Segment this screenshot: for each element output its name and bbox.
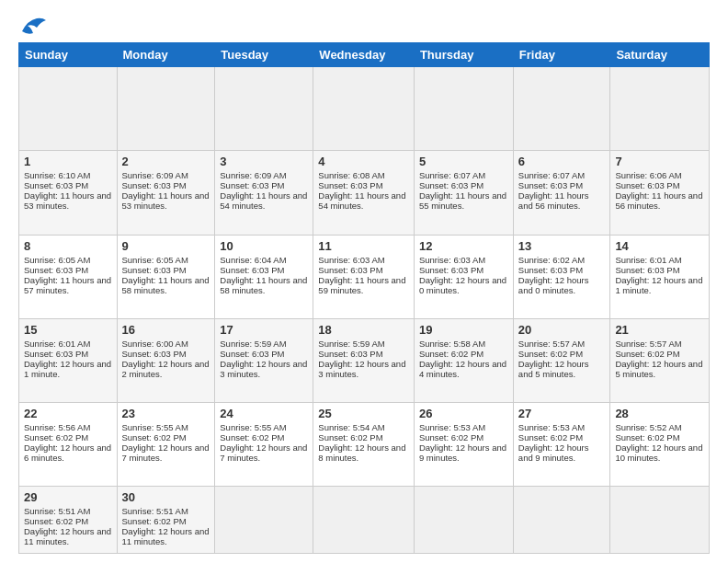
day-number: 9: [122, 239, 210, 253]
table-cell: 26Sunrise: 5:53 AMSunset: 6:02 PMDayligh…: [414, 403, 513, 487]
sunset-text: Sunset: 6:03 PM: [220, 180, 284, 190]
table-cell: 7Sunrise: 6:06 AMSunset: 6:03 PMDaylight…: [610, 151, 710, 235]
daylight-text: Daylight: 11 hours and 55 minutes.: [419, 190, 506, 211]
daylight-text: Daylight: 11 hours and 56 minutes.: [615, 190, 702, 211]
logo: [18, 15, 48, 35]
table-cell: [215, 67, 313, 151]
sunrise-text: Sunrise: 6:07 AM: [518, 170, 585, 180]
sunset-text: Sunset: 6:03 PM: [122, 180, 187, 190]
daylight-text: Daylight: 12 hours and 7 minutes.: [122, 442, 210, 463]
sunrise-text: Sunrise: 5:51 AM: [122, 506, 188, 516]
sunset-text: Sunset: 6:03 PM: [615, 265, 679, 275]
table-cell: 24Sunrise: 5:55 AMSunset: 6:02 PMDayligh…: [215, 403, 313, 487]
sunset-text: Sunset: 6:02 PM: [615, 349, 679, 359]
table-cell: 29Sunrise: 5:51 AMSunset: 6:02 PMDayligh…: [19, 487, 118, 554]
daylight-text: Daylight: 12 hours and 5 minutes.: [615, 359, 702, 379]
table-cell: 17Sunrise: 5:59 AMSunset: 6:03 PMDayligh…: [215, 318, 313, 402]
th-saturday: Saturday: [610, 43, 710, 67]
table-cell: 21Sunrise: 5:57 AMSunset: 6:02 PMDayligh…: [610, 318, 710, 402]
daylight-text: Daylight: 12 hours and 9 minutes.: [518, 442, 589, 463]
daylight-text: Daylight: 11 hours and 53 minutes.: [24, 190, 111, 211]
sunset-text: Sunset: 6:03 PM: [122, 349, 187, 359]
sunrise-text: Sunrise: 6:07 AM: [419, 170, 485, 180]
sunrise-text: Sunrise: 6:08 AM: [318, 170, 384, 180]
sunset-text: Sunset: 6:03 PM: [122, 265, 187, 275]
day-number: 13: [518, 239, 606, 253]
sunrise-text: Sunrise: 5:57 AM: [518, 339, 585, 349]
day-number: 29: [24, 490, 112, 504]
th-monday: Monday: [117, 43, 215, 67]
sunset-text: Sunset: 6:02 PM: [318, 432, 382, 442]
sunrise-text: Sunrise: 5:51 AM: [24, 506, 90, 516]
sunrise-text: Sunrise: 5:55 AM: [220, 422, 286, 432]
sunrise-text: Sunrise: 5:59 AM: [318, 339, 384, 349]
sunset-text: Sunset: 6:03 PM: [518, 265, 583, 275]
daylight-text: Daylight: 11 hours and 59 minutes.: [318, 275, 405, 295]
daylight-text: Daylight: 11 hours and 54 minutes.: [318, 190, 405, 211]
day-number: 22: [24, 407, 112, 420]
sunrise-text: Sunrise: 6:01 AM: [615, 255, 681, 265]
sunset-text: Sunset: 6:03 PM: [518, 180, 583, 190]
sunrise-text: Sunrise: 6:05 AM: [24, 255, 90, 265]
table-cell: [513, 67, 610, 151]
day-number: 5: [419, 155, 508, 168]
sunset-text: Sunset: 6:02 PM: [122, 432, 187, 442]
sunrise-text: Sunrise: 5:54 AM: [318, 422, 384, 432]
logo-bird-icon: [20, 15, 48, 35]
daylight-text: Daylight: 11 hours and 53 minutes.: [122, 190, 210, 211]
daylight-text: Daylight: 12 hours and 4 minutes.: [419, 359, 506, 379]
daylight-text: Daylight: 11 hours and 57 minutes.: [24, 275, 111, 295]
day-number: 28: [615, 407, 704, 420]
sunset-text: Sunset: 6:02 PM: [24, 432, 88, 442]
th-friday: Friday: [513, 43, 610, 67]
table-cell: 2Sunrise: 6:09 AMSunset: 6:03 PMDaylight…: [117, 151, 215, 235]
day-number: 25: [318, 407, 409, 420]
daylight-text: Daylight: 11 hours and 56 minutes.: [518, 190, 589, 211]
day-number: 7: [615, 155, 704, 168]
day-number: 2: [122, 155, 210, 168]
day-number: 4: [318, 155, 409, 168]
day-number: 14: [615, 239, 704, 253]
sunset-text: Sunset: 6:02 PM: [419, 432, 483, 442]
sunset-text: Sunset: 6:03 PM: [318, 349, 382, 359]
day-number: 17: [220, 323, 308, 337]
sunrise-text: Sunrise: 6:03 AM: [419, 255, 485, 265]
day-number: 20: [518, 323, 606, 337]
day-number: 3: [220, 155, 308, 168]
day-number: 16: [122, 323, 210, 337]
day-number: 6: [518, 155, 606, 168]
sunrise-text: Sunrise: 6:09 AM: [220, 170, 286, 180]
daylight-text: Daylight: 12 hours and 3 minutes.: [318, 359, 405, 379]
sunset-text: Sunset: 6:03 PM: [615, 180, 679, 190]
table-cell: [313, 67, 415, 151]
sunset-text: Sunset: 6:02 PM: [615, 432, 679, 442]
sunrise-text: Sunrise: 6:04 AM: [220, 255, 286, 265]
sunrise-text: Sunrise: 6:02 AM: [518, 255, 585, 265]
daylight-text: Daylight: 12 hours and 0 minutes.: [518, 275, 589, 295]
logo-text: [18, 15, 48, 35]
sunset-text: Sunset: 6:03 PM: [419, 180, 483, 190]
sunrise-text: Sunrise: 6:01 AM: [24, 339, 90, 349]
day-number: 15: [24, 323, 112, 337]
table-cell: [313, 487, 415, 554]
th-wednesday: Wednesday: [313, 43, 415, 67]
table-cell: 9Sunrise: 6:05 AMSunset: 6:03 PMDaylight…: [117, 235, 215, 318]
sunrise-text: Sunrise: 6:10 AM: [24, 170, 90, 180]
day-number: 21: [615, 323, 704, 337]
sunset-text: Sunset: 6:03 PM: [318, 180, 382, 190]
sunrise-text: Sunrise: 5:53 AM: [518, 422, 585, 432]
daylight-text: Daylight: 12 hours and 9 minutes.: [419, 442, 506, 463]
table-cell: 4Sunrise: 6:08 AMSunset: 6:03 PMDaylight…: [313, 151, 415, 235]
day-number: 24: [220, 407, 308, 420]
table-cell: [117, 67, 215, 151]
table-cell: 14Sunrise: 6:01 AMSunset: 6:03 PMDayligh…: [610, 235, 710, 318]
calendar-table: Sunday Monday Tuesday Wednesday Thursday…: [18, 42, 710, 554]
daylight-text: Daylight: 12 hours and 11 minutes.: [122, 526, 210, 546]
table-cell: 3Sunrise: 6:09 AMSunset: 6:03 PMDaylight…: [215, 151, 313, 235]
daylight-text: Daylight: 12 hours and 2 minutes.: [122, 359, 210, 379]
header: [18, 15, 710, 35]
sunset-text: Sunset: 6:03 PM: [24, 265, 88, 275]
table-cell: [610, 67, 710, 151]
sunrise-text: Sunrise: 6:05 AM: [122, 255, 188, 265]
day-number: 30: [122, 490, 210, 504]
